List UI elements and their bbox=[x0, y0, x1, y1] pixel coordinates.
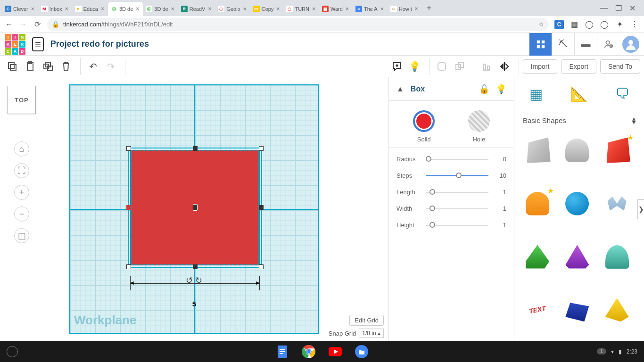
solid-option[interactable]: Solid bbox=[413, 110, 435, 143]
shape-box-red[interactable]: ★ bbox=[603, 136, 632, 165]
shape-cylinder-gray[interactable] bbox=[562, 136, 592, 165]
slider-thumb[interactable] bbox=[426, 156, 431, 162]
unlock-icon[interactable]: 🔓 bbox=[479, 84, 489, 94]
shape-text-red[interactable]: TEXT bbox=[523, 295, 552, 324]
hole-option[interactable]: Hole bbox=[468, 110, 490, 143]
invite-user-button[interactable] bbox=[597, 33, 619, 56]
url-field[interactable]: 🔒 tinkercad.com/things/dWhF21fXnDL/edit … bbox=[47, 18, 549, 31]
height-handle[interactable] bbox=[193, 204, 198, 211]
copy-button[interactable] bbox=[4, 58, 21, 75]
slider-track[interactable] bbox=[426, 175, 488, 176]
duplicate-button[interactable] bbox=[40, 58, 57, 75]
rotate-handles[interactable]: ↺ ↻ bbox=[186, 275, 202, 286]
sendto-button[interactable]: Send To bbox=[600, 59, 640, 74]
view-list-icon[interactable]: ≡ bbox=[32, 37, 44, 51]
zoom-in-button[interactable]: + bbox=[14, 185, 29, 200]
ruler-tool-icon[interactable]: 📐 bbox=[570, 84, 588, 103]
shape-cylinder-orange[interactable]: ★ bbox=[523, 189, 552, 218]
designs-mode-button[interactable] bbox=[529, 33, 552, 56]
user-avatar[interactable] bbox=[622, 36, 639, 53]
tab-close-icon[interactable]: × bbox=[242, 6, 248, 12]
minimize-icon[interactable]: — bbox=[600, 4, 608, 13]
shape-scribble[interactable] bbox=[603, 189, 632, 218]
tab-close-icon[interactable]: × bbox=[170, 6, 175, 12]
shape-sphere-blue[interactable] bbox=[562, 189, 592, 218]
tab-close-icon[interactable]: × bbox=[380, 6, 385, 12]
new-tab-button[interactable]: + bbox=[422, 3, 437, 13]
slider-value[interactable]: 1 bbox=[495, 189, 506, 196]
notes-tool-icon[interactable]: 🗨 bbox=[613, 84, 632, 103]
dimension-value[interactable]: 5 bbox=[192, 300, 196, 308]
ortho-toggle-button[interactable]: ◫ bbox=[14, 228, 29, 243]
workplane-tool-icon[interactable]: ▦ bbox=[527, 84, 545, 103]
qr-extension-icon[interactable]: ▦ bbox=[570, 20, 579, 29]
import-button[interactable]: Import bbox=[523, 59, 558, 74]
puzzle-extensions-icon[interactable]: ✦ bbox=[615, 20, 624, 29]
browser-tab[interactable]: RReadV× bbox=[178, 2, 215, 16]
maximize-icon[interactable]: ❐ bbox=[615, 4, 622, 13]
browser-tab[interactable]: CClever× bbox=[2, 2, 38, 16]
home-view-button[interactable]: ⌂ bbox=[14, 141, 29, 156]
lego-mode-button[interactable]: ▬ bbox=[574, 33, 597, 56]
battery-icon[interactable]: ▮ bbox=[619, 348, 622, 355]
tab-close-icon[interactable]: × bbox=[64, 6, 69, 12]
category-dropdown-icon[interactable]: ▴▾ bbox=[632, 116, 636, 124]
slider-thumb[interactable] bbox=[429, 206, 435, 211]
selected-box-shape[interactable] bbox=[130, 150, 260, 265]
canvas-area[interactable]: TOP ⌂ ⛶ + − ◫ Workplane bbox=[0, 77, 388, 341]
workplane-grid[interactable]: Workplane ↺ ↻ 5 bbox=[69, 84, 319, 334]
minecraft-mode-button[interactable]: ⛏ bbox=[552, 33, 574, 56]
youtube-app-icon[interactable] bbox=[328, 345, 342, 359]
slider-value[interactable]: 10 bbox=[495, 172, 506, 179]
nav-reload-icon[interactable]: ⟳ bbox=[33, 20, 41, 29]
slider-track[interactable] bbox=[426, 225, 488, 226]
browser-tab[interactable]: ◌Geolo× bbox=[215, 2, 250, 16]
menu-icon[interactable]: ⋮ bbox=[630, 20, 639, 29]
browser-tab[interactable]: ▦Ward× bbox=[319, 2, 353, 16]
bookmark-star-icon[interactable]: ☆ bbox=[538, 21, 544, 28]
viewcube[interactable]: TOP bbox=[8, 86, 36, 114]
slider-value[interactable]: 1 bbox=[495, 222, 506, 229]
tab-close-icon[interactable]: × bbox=[135, 6, 140, 12]
fit-view-button[interactable]: ⛶ bbox=[14, 163, 29, 178]
delete-button[interactable] bbox=[58, 58, 74, 75]
snap-grid-select[interactable]: 1/8 in ▴ bbox=[359, 329, 384, 338]
tab-close-icon[interactable]: × bbox=[345, 6, 350, 12]
browser-tab[interactable]: ≡The A× bbox=[353, 2, 388, 16]
slider-thumb[interactable] bbox=[429, 189, 435, 195]
tab-close-icon[interactable]: × bbox=[30, 6, 35, 12]
tab-close-icon[interactable]: × bbox=[414, 6, 419, 12]
browser-tab[interactable]: ⊞3D de× bbox=[143, 2, 178, 16]
files-app-icon[interactable] bbox=[355, 345, 369, 359]
shape-polygon-blue[interactable] bbox=[562, 295, 592, 324]
slider-thumb[interactable] bbox=[456, 173, 462, 178]
tab-close-icon[interactable]: × bbox=[311, 6, 316, 12]
browser-tab[interactable]: ⊞3D de× bbox=[108, 2, 143, 16]
project-title[interactable]: Project redo for pictures bbox=[50, 39, 149, 49]
browser-tab[interactable]: ▾Educa× bbox=[72, 2, 108, 16]
export-button[interactable]: Export bbox=[561, 59, 596, 74]
launcher-button[interactable] bbox=[7, 346, 18, 357]
paste-button[interactable] bbox=[22, 58, 39, 75]
browser-tab[interactable]: ☺How t× bbox=[388, 2, 422, 16]
clever-extension-icon[interactable]: C bbox=[554, 20, 564, 29]
bulb-icon[interactable]: 💡 bbox=[496, 84, 506, 94]
slider-value[interactable]: 0 bbox=[495, 156, 506, 163]
mirror-button[interactable] bbox=[496, 58, 513, 75]
browser-tab[interactable]: ◌TURN× bbox=[283, 2, 319, 16]
slider-value[interactable]: 1 bbox=[495, 205, 506, 212]
close-window-icon[interactable]: ✕ bbox=[629, 4, 636, 13]
browser-tab[interactable]: ▭Copy× bbox=[250, 2, 284, 16]
shape-half-cylinder[interactable] bbox=[603, 242, 632, 272]
tinkercad-logo[interactable]: TIN KER CAD bbox=[5, 34, 25, 55]
shield2-extension-icon[interactable]: ◯ bbox=[600, 20, 609, 29]
expand-library-arrow[interactable]: ❯ bbox=[637, 199, 644, 219]
shield-extension-icon[interactable]: ◯ bbox=[585, 20, 594, 29]
wifi-icon[interactable]: ▾ bbox=[611, 348, 614, 355]
nav-back-icon[interactable]: ← bbox=[5, 20, 13, 29]
clock[interactable]: 2:23 bbox=[627, 348, 637, 355]
shape-pyramid-yellow[interactable] bbox=[603, 295, 632, 324]
panel-collapse-icon[interactable]: ▲ bbox=[396, 85, 404, 93]
shape-roof-green[interactable] bbox=[523, 242, 552, 272]
slider-thumb[interactable] bbox=[429, 222, 435, 228]
